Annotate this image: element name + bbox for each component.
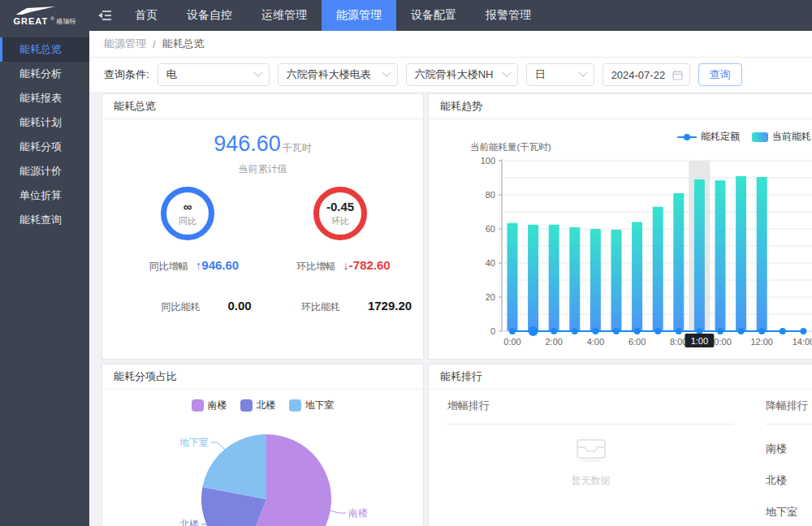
- pie-label-line: [211, 442, 226, 451]
- ranking-item-南楼[interactable]: 南楼: [766, 442, 812, 456]
- sidebar-item-单位折算[interactable]: 单位折算: [0, 183, 89, 208]
- divider: [447, 424, 734, 425]
- nav-item-设备配置[interactable]: 设备配置: [396, 0, 471, 31]
- quota-point[interactable]: [758, 328, 765, 334]
- sidebar-menu: 能耗总览能耗分析能耗报表能耗计划能耗分项能源计价单位折算能耗查询: [0, 31, 89, 526]
- yoy-growth-row: 同比增幅 ↑946.60: [113, 258, 275, 274]
- yoy-ring-label: 同比: [179, 215, 197, 227]
- x-tick-label: 12:00: [750, 337, 773, 347]
- quota-point[interactable]: [529, 326, 538, 336]
- breadcrumb-root[interactable]: 能源管理: [104, 37, 146, 51]
- quota-point[interactable]: [780, 328, 786, 334]
- x-tick-label: 8:00: [670, 337, 687, 347]
- sidebar-item-能耗计划[interactable]: 能耗计划: [0, 110, 89, 135]
- empty-state-text: 暂无数据: [447, 474, 734, 488]
- quota-point[interactable]: [592, 328, 598, 334]
- quota-point[interactable]: [676, 328, 682, 334]
- period-value: 日: [535, 67, 546, 82]
- logo-reg-mark: ®: [50, 16, 54, 21]
- quota-point[interactable]: [613, 328, 620, 334]
- calendar-icon: [672, 70, 683, 80]
- logo-brand-text: GREAT: [13, 17, 48, 26]
- total-kwh-number: 946.60: [214, 132, 281, 156]
- energy-type-select[interactable]: 电: [158, 63, 270, 86]
- quota-point[interactable]: [717, 328, 723, 334]
- trend-bar[interactable]: [508, 223, 518, 331]
- x-tick-label: 14:00: [793, 337, 812, 347]
- sidebar-item-能耗报表[interactable]: 能耗报表: [0, 86, 89, 110]
- y-tick-label: 80: [486, 190, 495, 200]
- trend-bar[interactable]: [757, 177, 767, 331]
- ranking-item-北楼[interactable]: 北楼: [766, 473, 812, 488]
- mom-ring: -0.45 环比: [313, 187, 367, 240]
- nav-item-报警管理[interactable]: 报警管理: [471, 0, 546, 31]
- mom-energy-value: 1729.20: [368, 299, 412, 313]
- dashboard-cards: 能耗总览 946.60千瓦时 当前累计值 ∞ 同比 -0.45 环比 同比增幅 …: [102, 93, 812, 526]
- meter-value: 六院骨科大楼电表: [287, 67, 371, 82]
- trend-bar[interactable]: [632, 222, 642, 331]
- yoy-ring-value: ∞: [184, 200, 192, 213]
- trend-bar[interactable]: [736, 176, 746, 331]
- trend-bar[interactable]: [590, 229, 601, 331]
- trend-bar[interactable]: [653, 207, 663, 331]
- meter-select[interactable]: 六院骨科大楼电表: [278, 63, 398, 86]
- sidebar-collapse-button[interactable]: [89, 0, 120, 31]
- trend-bar[interactable]: [569, 227, 580, 331]
- yoy-energy-row: 同比能耗 0.00: [125, 299, 287, 314]
- quota-point[interactable]: [738, 328, 745, 334]
- search-button[interactable]: 查询: [698, 63, 742, 86]
- main-content: 能源管理 / 能耗总览 查询条件: 电 六院骨科大楼电表 六院骨科大楼NH 日 …: [89, 31, 812, 526]
- empty-state: 暂无数据: [447, 434, 734, 488]
- ranking-item-地下室[interactable]: 地下室: [766, 505, 812, 520]
- quota-point[interactable]: [800, 328, 806, 334]
- y-tick-label: 100: [481, 156, 495, 166]
- quota-point[interactable]: [551, 328, 557, 334]
- sidebar-item-能源计价[interactable]: 能源计价: [0, 159, 89, 183]
- quota-point[interactable]: [509, 328, 516, 334]
- logo-cn-text: 格瑞特: [57, 19, 76, 25]
- quota-point[interactable]: [572, 328, 578, 334]
- pie-card: 能耗分项占比 南楼北楼地下室 南楼北楼地下室: [102, 364, 424, 526]
- empty-tray-icon: [574, 434, 608, 463]
- trend-bar[interactable]: [715, 180, 726, 331]
- trend-bar[interactable]: [528, 225, 538, 331]
- yoy-energy-label: 同比能耗: [161, 300, 200, 314]
- nav-item-首页[interactable]: 首页: [120, 0, 172, 31]
- chevron-down-icon: [502, 68, 511, 77]
- date-value: 2024-07-22: [611, 69, 666, 81]
- trend-bar[interactable]: [694, 179, 705, 331]
- sidebar-item-能耗查询[interactable]: 能耗查询: [0, 208, 89, 232]
- breadcrumb-current: 能耗总览: [162, 37, 205, 51]
- x-tick-label: 4:00: [587, 337, 604, 347]
- top-navbar: GREAT ® 格瑞特 首页设备自控运维管理能源管理设备配置报警管理: [0, 0, 812, 31]
- chevron-down-icon: [253, 68, 262, 77]
- increase-ranking-label: 增幅排行: [447, 399, 734, 413]
- mom-growth-label: 环比增幅: [296, 260, 335, 274]
- decrease-ranking-list: 南楼北楼地下室: [766, 442, 812, 520]
- quota-point[interactable]: [654, 328, 661, 334]
- mom-ring-label: 环比: [331, 215, 349, 227]
- quota-point[interactable]: [634, 328, 641, 334]
- trend-bar[interactable]: [549, 225, 559, 331]
- yoy-energy-value: 0.00: [227, 299, 251, 313]
- nav-item-设备自控[interactable]: 设备自控: [172, 0, 247, 31]
- sidebar-item-能耗总览[interactable]: 能耗总览: [0, 37, 89, 62]
- nav-item-运维管理[interactable]: 运维管理: [247, 0, 322, 31]
- current-total-label: 当前累计值: [102, 162, 423, 176]
- trend-card-title: 能耗趋势: [429, 94, 812, 119]
- trend-bar[interactable]: [673, 193, 684, 331]
- current-total-value: 946.60千瓦时: [102, 132, 423, 157]
- energy-type-value: 电: [166, 67, 177, 82]
- date-picker[interactable]: 2024-07-22: [603, 63, 690, 86]
- building-select[interactable]: 六院骨科大楼NH: [406, 63, 518, 86]
- sidebar-item-能耗分析[interactable]: 能耗分析: [0, 62, 89, 86]
- period-select[interactable]: 日: [526, 63, 594, 86]
- down-arrow-icon: ↓: [343, 258, 349, 272]
- trend-bar[interactable]: [611, 230, 622, 331]
- y-axis-title: 当前能耗量(千瓦时): [470, 142, 551, 152]
- nav-item-能源管理[interactable]: 能源管理: [322, 0, 396, 31]
- trend-bar-chart[interactable]: 当前能耗量(千瓦时)0204060801000:002:004:006:008:…: [433, 124, 812, 350]
- subitem-pie-chart[interactable]: 南楼北楼地下室: [102, 407, 424, 526]
- sidebar-item-能耗分项[interactable]: 能耗分项: [0, 135, 89, 159]
- quota-point[interactable]: [696, 328, 702, 334]
